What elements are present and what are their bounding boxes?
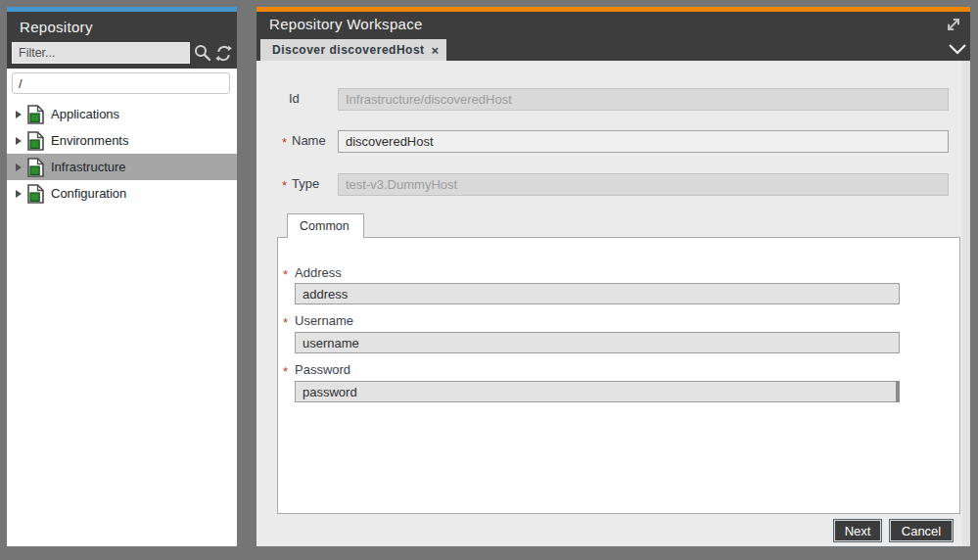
common-section-panel: * Address * Username * Password — [277, 237, 960, 514]
path-input[interactable] — [12, 72, 230, 94]
tree-item-infrastructure[interactable]: Infrastructure — [7, 154, 237, 180]
tab-label: Discover discoveredHost — [260, 43, 425, 57]
type-input — [338, 173, 949, 196]
filter-input[interactable] — [12, 42, 190, 64]
next-button[interactable]: Next — [833, 519, 882, 542]
repository-panel: Repository — [7, 7, 237, 546]
tree-item-environments[interactable]: Environments — [7, 127, 237, 154]
caret-right-icon[interactable] — [16, 111, 22, 118]
required-marker: * — [282, 135, 287, 150]
tree-item-applications[interactable]: Applications — [7, 101, 237, 127]
document-icon — [27, 158, 44, 177]
document-icon — [27, 184, 44, 204]
caret-right-icon[interactable] — [16, 190, 22, 198]
tab-discover-discoveredhost[interactable]: Discover discoveredHost × — [260, 39, 446, 61]
workspace-content: Id * Name * Type Common * Address * User… — [256, 61, 970, 546]
chevron-down-icon[interactable] — [947, 40, 968, 60]
required-marker: * — [283, 267, 288, 282]
username-input[interactable] — [295, 332, 900, 353]
password-input[interactable] — [295, 381, 900, 402]
required-marker: * — [283, 315, 288, 330]
repository-header: Repository — [7, 12, 237, 69]
document-icon — [27, 131, 44, 151]
tree-item-configuration[interactable]: Configuration — [7, 180, 237, 207]
required-marker: * — [282, 178, 287, 193]
caret-right-icon[interactable] — [16, 137, 22, 145]
tree-item-label: Infrastructure — [51, 160, 126, 174]
close-icon[interactable]: × — [431, 44, 439, 57]
tree-item-label: Applications — [51, 107, 119, 121]
type-label: Type — [292, 176, 319, 191]
resize-grip[interactable] — [896, 381, 900, 402]
id-label: Id — [289, 91, 300, 106]
document-icon — [27, 105, 44, 124]
workspace-tab-strip: Discover discoveredHost × — [256, 39, 970, 61]
cancel-button[interactable]: Cancel — [889, 519, 954, 542]
tree-item-label: Environments — [51, 133, 128, 148]
id-input — [338, 88, 949, 111]
repository-panel-title: Repository — [20, 19, 93, 35]
scrollbar-track[interactable] — [962, 61, 970, 546]
repository-tree: Applications Environments — [7, 101, 237, 207]
password-label: Password — [295, 362, 350, 377]
workspace-panel: Repository Workspace Discover discovered… — [256, 7, 970, 546]
tree-item-label: Configuration — [51, 186, 126, 201]
application-window: Repository — [0, 0, 978, 560]
address-label: Address — [295, 265, 342, 280]
name-input[interactable] — [338, 130, 949, 153]
repository-tree-container: Applications Environments — [7, 69, 237, 546]
workspace-title: Repository Workspace — [269, 16, 423, 32]
tab-common[interactable]: Common — [287, 213, 364, 238]
refresh-icon[interactable] — [214, 44, 232, 62]
workspace-header: Repository Workspace — [256, 12, 970, 39]
caret-right-icon[interactable] — [16, 163, 22, 171]
required-marker: * — [283, 364, 288, 379]
name-label: Name — [292, 133, 326, 148]
username-label: Username — [295, 313, 353, 328]
address-input[interactable] — [295, 283, 900, 304]
search-icon[interactable] — [194, 44, 211, 62]
expand-diagonal-icon[interactable] — [943, 14, 964, 35]
